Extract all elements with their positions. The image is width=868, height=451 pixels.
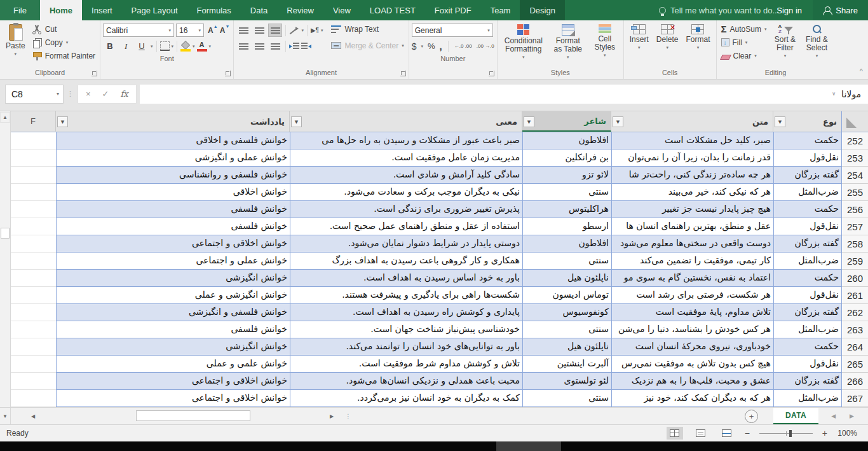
cell-poet[interactable]: سنتی <box>522 321 611 338</box>
next-sheet-icon[interactable]: ▶ <box>850 413 854 419</box>
autosum-button[interactable]: Σ AutoSum ▾ <box>719 22 769 36</box>
name-box[interactable]: C8 ▾ <box>5 85 64 104</box>
cell-mean[interactable]: مدیریت زمان عامل موفقیت است. <box>290 149 522 167</box>
align-left-button[interactable] <box>236 39 250 53</box>
cell-mean[interactable]: باور به توانایی‌های خود انسان را توانمند… <box>290 338 522 356</box>
cell-text[interactable]: عقل و منطق، بهترین راهنمای انسان ها <box>611 218 773 235</box>
tab-design[interactable]: Design <box>520 0 564 20</box>
cell-text[interactable]: هیچ کس بدون تلاش به موفقیت نمی‌رس <box>611 356 773 373</box>
currency-dropdown-icon[interactable]: ▾ <box>421 44 424 49</box>
cell-mean[interactable]: شکست‌ها راهی برای یادگیری و پیشرفت هستند… <box>290 287 522 304</box>
borders-dropdown-icon[interactable]: ▾ <box>172 44 174 49</box>
format-painter-button[interactable]: Format Painter <box>30 49 97 62</box>
collapse-ribbon-icon[interactable]: ^ <box>860 67 863 75</box>
column-header-note[interactable]: ▼یادداشت <box>56 111 290 132</box>
tab-team[interactable]: Team <box>481 0 520 20</box>
filter-button-type[interactable]: ▼ <box>775 116 785 127</box>
wrap-text-button[interactable]: Wrap Text <box>329 22 405 36</box>
cell-note[interactable]: خوانش فلسفی <box>56 321 290 338</box>
tab-file[interactable]: File <box>0 0 40 20</box>
cell-type[interactable]: ضرب‌المثل <box>773 253 842 270</box>
cell-note[interactable]: خوانش فلسفی <box>56 201 290 218</box>
cell-text[interactable]: تلاش مداوم، پایهٔ موفقیت است <box>611 304 773 321</box>
zoom-in-icon[interactable]: + <box>822 428 827 438</box>
fill-button[interactable]: ↓ Fill ▾ <box>719 36 769 49</box>
cell-f[interactable] <box>11 201 56 218</box>
decrease-indent-button[interactable] <box>289 43 299 50</box>
cell-note[interactable]: خوانش علمی و عملی <box>56 356 290 373</box>
increase-indent-button[interactable] <box>301 43 311 50</box>
increase-decimal-button[interactable]: ←.0 .00 <box>454 44 472 49</box>
cell-poet[interactable]: سنتی <box>522 184 611 201</box>
clipboard-dialog-launcher[interactable] <box>92 71 97 76</box>
scrollbar-resize-handle[interactable]: ⋮ <box>345 413 351 420</box>
underline-dropdown-icon[interactable]: ▾ <box>151 44 153 49</box>
merge-center-button[interactable]: Merge & Center ▾ <box>329 39 405 52</box>
paste-dropdown-icon[interactable]: ▾ <box>15 52 17 57</box>
cell-f[interactable] <box>11 304 56 321</box>
align-middle-button[interactable] <box>252 24 266 37</box>
tab-view[interactable]: View <box>323 0 360 20</box>
number-dialog-launcher[interactable] <box>489 71 494 76</box>
cell-note[interactable]: خوانش فلسفی <box>56 218 290 235</box>
row-header[interactable]: 260 <box>842 270 868 287</box>
clear-button[interactable]: Clear ▾ <box>719 49 769 62</box>
cell-poet[interactable]: ناپلئون هیل <box>522 338 611 356</box>
row-header[interactable]: 264 <box>842 338 868 356</box>
column-header-type[interactable]: ▼نوع <box>773 111 842 132</box>
cell-f[interactable] <box>11 253 56 270</box>
cell-f[interactable] <box>11 338 56 356</box>
cell-f[interactable] <box>11 132 56 149</box>
cell-text[interactable]: هر چه ساده‌تر زندگی کنی، راحت‌تر شا <box>611 167 773 184</box>
cell-note[interactable]: خوانش عملی و انگیزشی <box>56 149 290 167</box>
cell-type[interactable]: گفته بزرگان <box>773 235 842 253</box>
scroll-right-icon[interactable]: ▶ <box>326 410 337 422</box>
copy-dropdown-icon[interactable]: ▾ <box>66 40 69 45</box>
row-header[interactable]: 262 <box>842 304 868 321</box>
cell-poet[interactable]: کونفوسیوس <box>522 304 611 321</box>
cell-note[interactable]: خوانش انگیزشی و عملی <box>56 287 290 304</box>
filter-button-note[interactable]: ▼ <box>57 116 68 127</box>
cell-text[interactable]: اعتماد به نفس، نخستین گام به سوی مو <box>611 270 773 287</box>
cell-mean[interactable]: تلاش و کوشش مداوم شرط موفقیت است. <box>290 356 522 373</box>
share-button[interactable]: Share <box>813 0 868 20</box>
cell-mean[interactable]: محبت باعث همدلی و نزدیکی انسان‌ها می‌شود… <box>290 373 522 390</box>
cut-button[interactable]: Cut <box>30 22 97 36</box>
row-header[interactable]: 256 <box>842 201 868 218</box>
name-box-dropdown-icon[interactable]: ▾ <box>57 91 59 97</box>
column-header-poet[interactable]: ▼شاعر <box>522 111 611 132</box>
cell-mean[interactable]: استفاده از عقل و منطق راهنمای عمل صحیح ا… <box>290 218 522 235</box>
cell-text[interactable]: هر کس خودش را بشناسد، دنیا را می‌شن <box>611 321 773 338</box>
align-center-button[interactable] <box>252 39 266 53</box>
column-header-mean[interactable]: ▼معنی <box>290 111 522 132</box>
insert-function-icon[interactable]: fx <box>121 89 128 99</box>
row-header[interactable]: 254 <box>842 167 868 184</box>
cell-note[interactable]: خوانش انگیزشی <box>56 270 290 287</box>
cell-note[interactable]: خوانش اخلاقی <box>56 184 290 201</box>
previous-sheet-icon[interactable]: ◀ <box>831 413 836 419</box>
scroll-up-icon[interactable]: ▲ <box>0 112 10 123</box>
percent-button[interactable]: % <box>428 41 435 51</box>
text-direction-dropdown-icon[interactable]: ▾ <box>321 28 323 33</box>
cell-text[interactable]: عشق و محبت، قلب‌ها را به هم نزدیک <box>611 373 773 390</box>
tell-me-box[interactable]: Tell me what you want to do... <box>659 0 779 20</box>
cell-mean[interactable]: باور به خود اساس رسیدن به اهداف است. <box>290 270 522 287</box>
cell-poet[interactable]: توماس ادیسون <box>522 287 611 304</box>
filter-button-mean[interactable]: ▼ <box>291 116 302 127</box>
cell-text[interactable]: قدر زمانت را بدان، زیرا آن را نمی‌توان <box>611 149 773 167</box>
number-format-combo[interactable]: General▾ <box>412 24 493 37</box>
cell-type[interactable]: نقل‌قول <box>773 287 842 304</box>
row-header[interactable]: 266 <box>842 373 868 390</box>
font-size-combo[interactable]: 16▾ <box>176 24 204 37</box>
cell-text[interactable]: هیچ چیز پایدار نیست جز تغییر <box>611 201 773 218</box>
cell-f[interactable] <box>11 149 56 167</box>
cell-note[interactable]: خوانش عملی و اجتماعی <box>56 253 290 270</box>
tab-data[interactable]: Data <box>241 0 277 20</box>
filter-button-poet[interactable]: ▼ <box>524 116 534 127</box>
delete-cells-button[interactable]: Delete ▾ <box>653 22 682 52</box>
tab-load-test[interactable]: LOAD TEST <box>360 0 425 20</box>
cell-poet[interactable]: افلاطون <box>522 235 611 253</box>
cell-f[interactable] <box>11 218 56 235</box>
cell-poet[interactable]: بن فرانکلین <box>522 149 611 167</box>
decrease-decimal-button[interactable]: .00 →.0 <box>477 44 494 49</box>
